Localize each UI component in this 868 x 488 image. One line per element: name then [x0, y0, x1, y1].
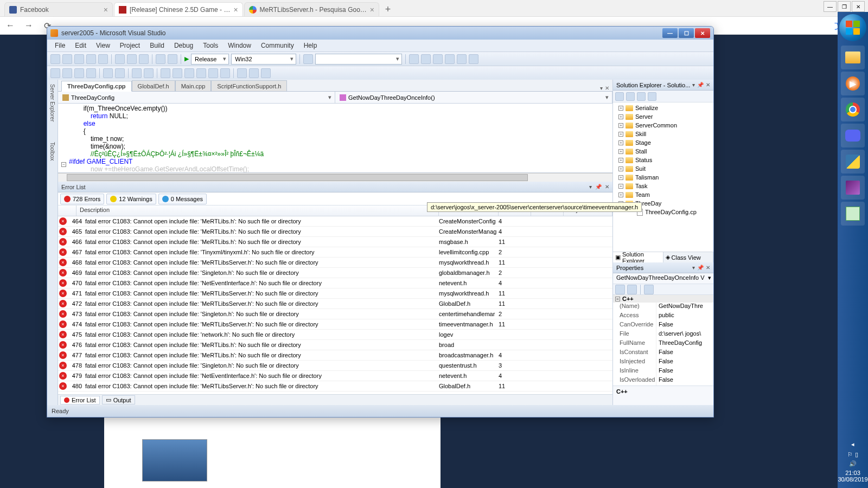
error-row[interactable]: ×467fatal error C1083: Cannot open inclu…	[58, 247, 612, 258]
tree-folder[interactable]: +Stall	[613, 147, 713, 156]
editor-hscroll[interactable]	[58, 173, 612, 182]
tb-bookmark-prev[interactable]	[173, 68, 182, 78]
tab-close-icon[interactable]: ×	[233, 5, 238, 14]
os-min-button[interactable]: —	[824, 1, 837, 12]
tb-toolbox[interactable]	[445, 54, 455, 64]
tree-folder[interactable]: +ServerCommon	[613, 121, 713, 130]
member-combo[interactable]: GetNowDayThreeDayOnceInfo()	[335, 92, 612, 103]
tray-volume-icon[interactable]: 🔊	[838, 460, 867, 467]
filter-warnings[interactable]: 12 Warnings	[106, 194, 156, 204]
taskbar-clock[interactable]: ◂ ⚐ ▯ 🔊 21:03 30/08/2019	[837, 438, 868, 488]
tb-bookmark-clear[interactable]	[220, 68, 230, 78]
property-row[interactable]: IsInjectedFalse	[613, 358, 713, 367]
tree-folder[interactable]: +Talisman	[613, 173, 713, 182]
props-alpha[interactable]	[627, 285, 637, 294]
vs-titlebar[interactable]: server2005 - Microsoft Visual Studio — ☐…	[47, 27, 713, 40]
menu-view[interactable]: View	[92, 41, 114, 50]
taskbar-wmp-icon[interactable]: ▶	[841, 72, 865, 95]
error-row[interactable]: ×473fatal error C1083: Cannot open inclu…	[58, 309, 612, 319]
tb-cut[interactable]	[115, 54, 125, 64]
hscroll-thumb[interactable]	[67, 174, 528, 181]
tb-paste[interactable]	[139, 54, 149, 64]
taskbar-app-icon[interactable]	[841, 202, 865, 226]
panel-pin-icon[interactable]: 📌	[697, 265, 704, 271]
property-row[interactable]: IsOverloadedFalse	[613, 376, 713, 386]
tb-add-item[interactable]	[62, 54, 72, 64]
error-row[interactable]: ×479fatal error C1083: Cannot open inclu…	[58, 371, 612, 381]
error-row[interactable]: ×469fatal error C1083: Cannot open inclu…	[58, 268, 612, 278]
tb-bookmark-next-folder[interactable]	[208, 68, 218, 78]
panel-close-icon[interactable]: ✕	[605, 184, 609, 190]
tree-folder[interactable]: +Task	[613, 182, 713, 190]
browser-tab-release[interactable]: [Release] Chinese 2.5D Game - … ×	[114, 2, 243, 16]
doc-tab-main[interactable]: Main.cpp	[175, 80, 212, 91]
vs-close-button[interactable]: ✕	[695, 28, 710, 38]
error-row[interactable]: ×474fatal error C1083: Cannot open inclu…	[58, 319, 612, 330]
tb-misc1[interactable]	[237, 68, 247, 78]
properties-header[interactable]: Properties ▾📌✕	[613, 262, 713, 273]
tb-misc3[interactable]	[261, 68, 271, 78]
tray-network-icon[interactable]: ▯	[855, 451, 858, 458]
menu-project[interactable]: Project	[116, 41, 144, 50]
expand-icon[interactable]: +	[618, 114, 623, 119]
filter-messages[interactable]: 0 Messages	[158, 194, 207, 204]
tb-complete-word[interactable]	[86, 68, 96, 78]
tray-flag-icon[interactable]: ⚐	[847, 451, 853, 458]
se-refresh[interactable]	[637, 92, 646, 101]
panel-close-icon[interactable]: ✕	[706, 82, 710, 88]
taskbar-python-icon[interactable]	[841, 150, 865, 174]
doc-tab-close-icon[interactable]: ✕	[605, 85, 609, 91]
error-row[interactable]: ×465fatal error C1083: Cannot open inclu…	[58, 227, 612, 237]
tb-bookmark-prev-folder[interactable]	[196, 68, 206, 78]
taskbar-vs-icon[interactable]	[841, 176, 865, 200]
doc-tab-threedayconfig[interactable]: ThreeDayConfig.cpp	[61, 81, 132, 92]
props-pages[interactable]	[644, 285, 654, 294]
property-row[interactable]: Accesspublic	[613, 312, 713, 321]
error-row[interactable]: ×466fatal error C1083: Cannot open inclu…	[58, 237, 612, 247]
code-line[interactable]: time_t now;	[69, 135, 610, 143]
tb-config-combo[interactable]: Release	[191, 54, 229, 65]
tb-param-info[interactable]	[74, 68, 84, 78]
attachment-thumbnail[interactable]	[142, 439, 207, 481]
tree-folder[interactable]: +Suit	[613, 164, 713, 173]
properties-subject[interactable]: GetNowDayThreeDayOnceInfo V	[613, 273, 713, 284]
error-row[interactable]: ×464fatal error C1083: Cannot open inclu…	[58, 216, 612, 227]
tb-uncomment[interactable]	[144, 68, 154, 78]
code-line[interactable]: #ifdef GAME_CLIENT	[69, 158, 610, 165]
tray-expand-icon[interactable]: ◂	[838, 441, 867, 448]
panel-pin-icon[interactable]: 📌	[595, 184, 602, 190]
expand-icon[interactable]: +	[618, 184, 623, 189]
property-row[interactable]: Filed:\server\ jogos\	[613, 330, 713, 339]
expand-icon[interactable]: +	[618, 166, 623, 171]
tree-folder[interactable]: +Skill	[613, 130, 713, 138]
code-line[interactable]: //Êç²ûÊÇ¿Í»§¶Ë±ÔÁÇÞÔ²·¦Ái ¿Í»§¶Ë±¾¤×²»»Î…	[69, 150, 610, 158]
tb-start-icon[interactable]: ▶	[184, 55, 189, 62]
code-line[interactable]: if(m_ThreeOnceVec.empty())	[69, 105, 610, 112]
solution-tree[interactable]: +Serialize+Server+ServerCommon+Skill+Sta…	[613, 102, 713, 252]
expand-icon[interactable]: +	[618, 106, 623, 111]
scope-combo[interactable]: ThreeDayConfig	[58, 92, 335, 103]
tb-misc2[interactable]	[249, 68, 259, 78]
menu-help[interactable]: Help	[299, 41, 322, 50]
tb-undo[interactable]	[156, 54, 165, 64]
property-row[interactable]: (Name)GetNowDayThre	[613, 303, 713, 312]
tb-redo[interactable]	[168, 54, 177, 64]
tab-class-view[interactable]: ◈Class View	[663, 252, 714, 262]
rail-toolbox[interactable]: Toolbox	[48, 140, 56, 163]
property-row[interactable]: IsConstantFalse	[613, 349, 713, 358]
forward-button[interactable]: →	[23, 20, 35, 31]
code-line[interactable]: now +=theHeroGame.GetServerAndLocalOffse…	[69, 165, 610, 173]
filter-errors[interactable]: 728 Errors	[60, 194, 104, 204]
doc-tab-globaldef[interactable]: GlobalDef.h	[132, 80, 175, 91]
panel-dropdown-icon[interactable]: ▾	[692, 82, 695, 88]
tree-folder[interactable]: +Stage	[613, 138, 713, 147]
tree-folder[interactable]: +Server	[613, 112, 713, 121]
panel-dropdown-icon[interactable]: ▾	[692, 265, 695, 271]
property-row[interactable]: IsInlineFalse	[613, 367, 713, 376]
tb-find[interactable]	[303, 54, 313, 64]
panel-pin-icon[interactable]: 📌	[697, 82, 704, 88]
se-show-all[interactable]	[626, 92, 635, 101]
solution-explorer-header[interactable]: Solution Explorer - Solutio... ▾📌✕	[613, 80, 713, 91]
col-description[interactable]: Description	[76, 206, 439, 216]
menu-edit[interactable]: Edit	[71, 41, 91, 50]
